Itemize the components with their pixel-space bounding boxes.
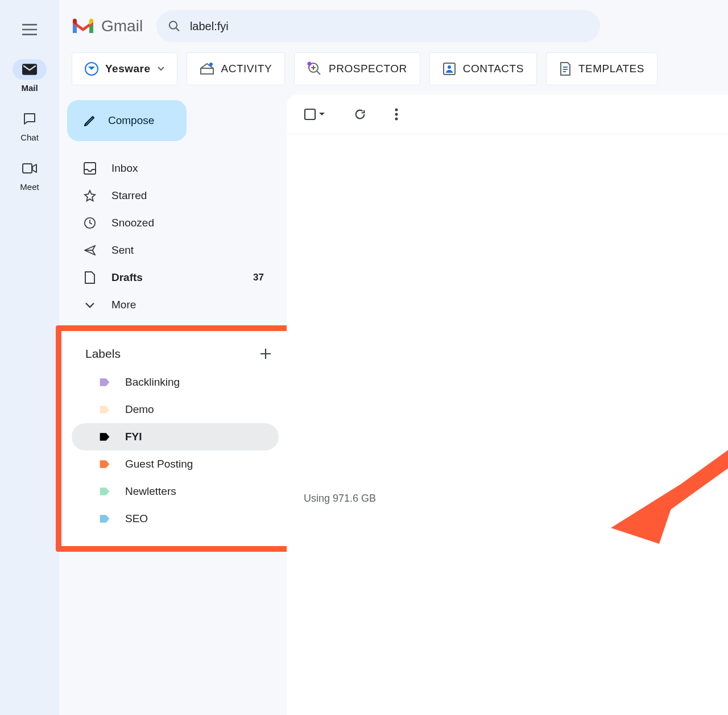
search-icon xyxy=(168,19,181,33)
label-item-newletters[interactable]: Newletters xyxy=(72,478,279,505)
inbox-icon xyxy=(84,162,96,175)
contacts-chip[interactable]: CONTACTS xyxy=(429,52,537,85)
draft-icon xyxy=(84,271,96,284)
chevron-down-icon xyxy=(158,67,164,71)
contacts-icon xyxy=(442,62,456,76)
more-button[interactable] xyxy=(395,108,398,121)
svg-line-16 xyxy=(656,408,728,511)
svg-rect-12 xyxy=(305,109,315,119)
compose-button[interactable]: Compose xyxy=(67,100,187,141)
chevron-down-icon xyxy=(85,301,95,308)
clock-icon xyxy=(84,217,96,229)
gmail-logo-text: Gmail xyxy=(101,17,143,35)
compose-label: Compose xyxy=(108,114,154,127)
sidebar-item-sent[interactable]: Sent xyxy=(67,237,275,264)
label-item-text: Guest Posting xyxy=(125,458,193,470)
templates-label: TEMPLATES xyxy=(578,63,644,75)
sidebar-item-label: Inbox xyxy=(111,162,264,175)
sidebar-item-label: Snoozed xyxy=(111,217,264,229)
sidebar-item-label: Starred xyxy=(111,189,264,202)
svg-point-14 xyxy=(395,113,398,115)
gmail-logo[interactable]: Gmail xyxy=(71,17,143,35)
label-item-seo[interactable]: SEO xyxy=(72,505,279,532)
svg-rect-4 xyxy=(201,68,213,74)
add-label-button[interactable] xyxy=(259,348,272,360)
gmail-logo-icon xyxy=(71,17,96,35)
svg-point-15 xyxy=(395,117,398,120)
label-item-text: Newletters xyxy=(125,485,176,498)
search-bar[interactable] xyxy=(156,10,600,42)
activity-icon xyxy=(200,63,214,75)
hamburger-icon xyxy=(22,24,37,35)
mail-icon xyxy=(22,64,37,75)
label-tag-icon xyxy=(99,377,110,388)
send-icon xyxy=(84,244,96,257)
prospector-chip[interactable]: PROSPECTOR xyxy=(294,52,420,85)
svg-point-7 xyxy=(308,62,312,66)
pencil-icon xyxy=(83,114,97,127)
svg-point-2 xyxy=(169,21,177,28)
label-tag-icon xyxy=(99,486,110,497)
sidebar-item-snoozed[interactable]: Snoozed xyxy=(67,209,275,237)
search-input[interactable] xyxy=(190,20,593,33)
chat-icon xyxy=(23,112,36,126)
label-item-text: Backlinking xyxy=(125,376,180,389)
label-item-text: Demo xyxy=(125,403,154,416)
rail-mail-label: Mail xyxy=(21,83,38,93)
dropdown-caret-icon xyxy=(318,112,325,117)
label-item-text: SEO xyxy=(125,513,148,525)
sidebar-item-drafts[interactable]: Drafts 37 xyxy=(67,264,275,291)
templates-icon xyxy=(559,61,572,76)
label-tag-icon xyxy=(99,458,110,470)
svg-rect-10 xyxy=(84,163,96,174)
drafts-count: 37 xyxy=(253,272,264,283)
yesware-label: Yesware xyxy=(105,63,151,75)
label-item-backlinking[interactable]: Backlinking xyxy=(72,369,279,396)
toolbar xyxy=(287,94,728,134)
annotation-arrow xyxy=(605,397,728,545)
yesware-icon xyxy=(85,62,98,76)
label-item-guest-posting[interactable]: Guest Posting xyxy=(72,451,279,478)
sidebar-item-more[interactable]: More xyxy=(67,291,275,319)
checkbox-icon xyxy=(304,108,316,121)
sidebar: Compose Inbox Starred Snoozed Sent xyxy=(59,93,287,715)
main-menu-button[interactable] xyxy=(16,16,43,43)
sidebar-item-label: Sent xyxy=(111,244,264,257)
labels-heading: Labels xyxy=(85,347,121,361)
yesware-chip[interactable]: Yesware xyxy=(72,52,177,85)
header: Gmail xyxy=(59,0,728,52)
rail-meet-label: Meet xyxy=(20,182,39,192)
activity-label: ACTIVITY xyxy=(221,63,272,75)
svg-marker-17 xyxy=(611,485,679,544)
label-tag-icon xyxy=(99,404,110,415)
rail-mail[interactable]: Mail xyxy=(13,59,47,93)
prospector-icon xyxy=(307,61,322,76)
extension-row: Yesware ACTIVITY PROSPECTOR CONTACTS TEM… xyxy=(59,52,728,93)
meet-icon xyxy=(22,163,37,174)
contacts-label: CONTACTS xyxy=(463,63,524,75)
activity-chip[interactable]: ACTIVITY xyxy=(187,52,286,85)
label-item-demo[interactable]: Demo xyxy=(72,396,279,423)
storage-text: Using 971.6 GB xyxy=(304,493,376,505)
refresh-button[interactable] xyxy=(354,108,366,121)
svg-point-9 xyxy=(448,65,451,69)
label-tag-icon xyxy=(99,431,110,443)
label-item-fyi[interactable]: FYI xyxy=(72,423,279,451)
rail-chat[interactable]: Chat xyxy=(13,109,47,142)
templates-chip[interactable]: TEMPLATES xyxy=(546,52,657,85)
label-tag-icon xyxy=(99,513,110,524)
label-item-text: FYI xyxy=(125,431,142,443)
prospector-label: PROSPECTOR xyxy=(329,63,407,75)
star-icon xyxy=(84,189,96,202)
labels-section-highlight: Labels BacklinkingDemoFYIGuest PostingNe… xyxy=(56,325,295,552)
sidebar-item-label: More xyxy=(111,299,264,311)
app-rail: Mail Chat Meet xyxy=(0,0,59,715)
select-all-checkbox[interactable] xyxy=(304,108,325,121)
svg-point-5 xyxy=(209,63,213,66)
rail-chat-label: Chat xyxy=(20,133,39,142)
rail-meet[interactable]: Meet xyxy=(13,158,47,192)
sidebar-item-inbox[interactable]: Inbox xyxy=(67,155,275,182)
svg-point-13 xyxy=(395,108,398,111)
sidebar-item-starred[interactable]: Starred xyxy=(67,182,275,209)
message-pane: Using 971.6 GB xyxy=(287,94,728,715)
